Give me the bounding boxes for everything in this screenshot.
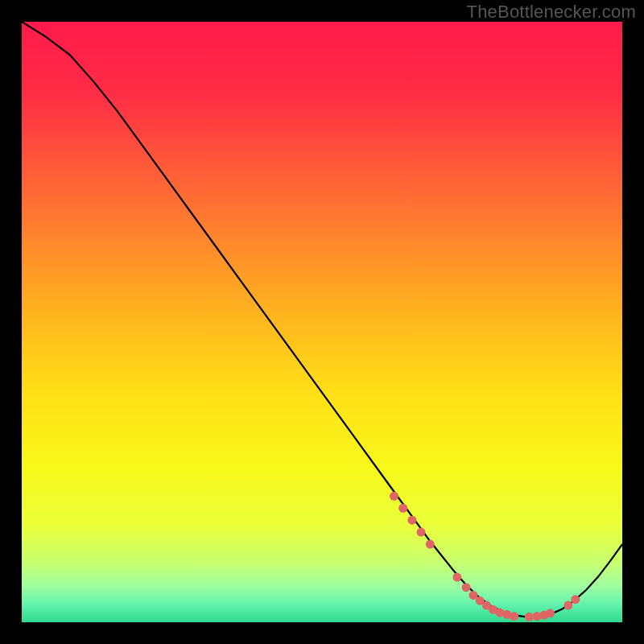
highlight-point (452, 573, 461, 582)
highlight-point (407, 516, 416, 525)
highlight-point (398, 504, 407, 513)
highlight-point (417, 528, 426, 537)
attribution-text: TheBottlenecker.com (467, 2, 636, 23)
gradient-background (22, 22, 622, 622)
highlight-point (564, 601, 572, 610)
chart-frame: TheBottlenecker.com (0, 0, 644, 644)
highlight-point (390, 492, 398, 501)
highlight-point (462, 583, 471, 592)
highlight-point (510, 612, 518, 621)
highlight-point (571, 595, 580, 604)
plot-area (22, 22, 622, 622)
highlight-point (546, 609, 555, 617)
chart-svg (22, 22, 622, 622)
highlight-point (426, 540, 435, 549)
highlight-point (525, 613, 534, 621)
